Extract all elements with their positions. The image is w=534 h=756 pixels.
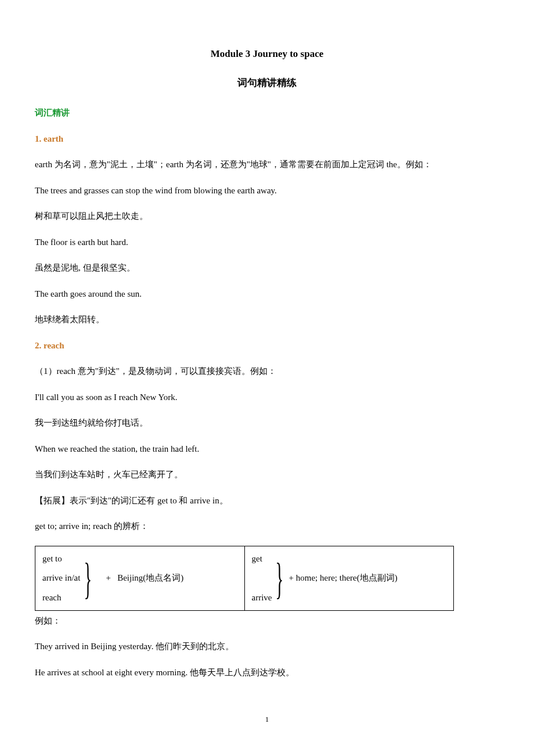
brace-icon: } <box>276 558 284 598</box>
table-cell-left: get to arrive in/at reach } + Beijing(地点… <box>35 546 244 610</box>
brace-icon: } <box>84 558 92 598</box>
table-item: get <box>252 552 272 566</box>
paragraph: 当我们到达车站时，火车已经离开了。 <box>35 468 499 481</box>
vocab-heading-earth: 1. earth <box>35 132 499 146</box>
paragraph: He arrives at school at eight every morn… <box>35 666 499 679</box>
document-subtitle: 词句精讲精练 <box>35 75 499 91</box>
paragraph: When we reached the station, the train h… <box>35 442 499 456</box>
table-item: arrive <box>252 591 272 604</box>
paragraph: （1）reach 意为"到达"，是及物动词，可以直接接宾语。例如： <box>35 365 499 378</box>
paragraph: I'll call you as soon as I reach New Yor… <box>35 391 499 404</box>
module-title: Module 3 Journey to space <box>35 46 499 62</box>
paragraph: The trees and grasses can stop the wind … <box>35 184 499 197</box>
paragraph: The earth goes around the sun. <box>35 287 499 301</box>
paragraph: 例如： <box>35 614 499 628</box>
paragraph: 树和草可以阻止风把土吹走。 <box>35 210 499 223</box>
paragraph: 虽然是泥地, 但是很坚实。 <box>35 261 499 275</box>
paragraph: get to; arrive in; reach 的辨析： <box>35 520 499 533</box>
table-item: reach <box>42 591 80 604</box>
table-suffix: + Beijing(地点名词) <box>97 571 183 585</box>
paragraph: 地球绕着太阳转。 <box>35 313 499 326</box>
paragraph: 我一到达纽约就给你打电话。 <box>35 416 499 430</box>
table-item: get to <box>42 552 80 566</box>
comparison-table: get to arrive in/at reach } + Beijing(地点… <box>35 546 454 611</box>
vocab-heading-reach: 2. reach <box>35 339 499 352</box>
paragraph: earth 为名词，意为"泥土，土壤"；earth 为名词，还意为"地球"，通常… <box>35 158 499 171</box>
table-cell-right: get arrive } + home; here; there(地点副词) <box>244 546 454 610</box>
paragraph: They arrived in Beijing yesterday. 他们昨天到… <box>35 640 499 653</box>
paragraph: The floor is earth but hard. <box>35 236 499 249</box>
page-number: 1 <box>35 714 499 725</box>
table-suffix: + home; here; there(地点副词) <box>289 571 398 585</box>
section-heading-vocabulary: 词汇精讲 <box>35 106 499 120</box>
paragraph: 【拓展】表示"到达"的词汇还有 get to 和 arrive in。 <box>35 494 499 507</box>
table-item: arrive in/at <box>42 571 80 585</box>
